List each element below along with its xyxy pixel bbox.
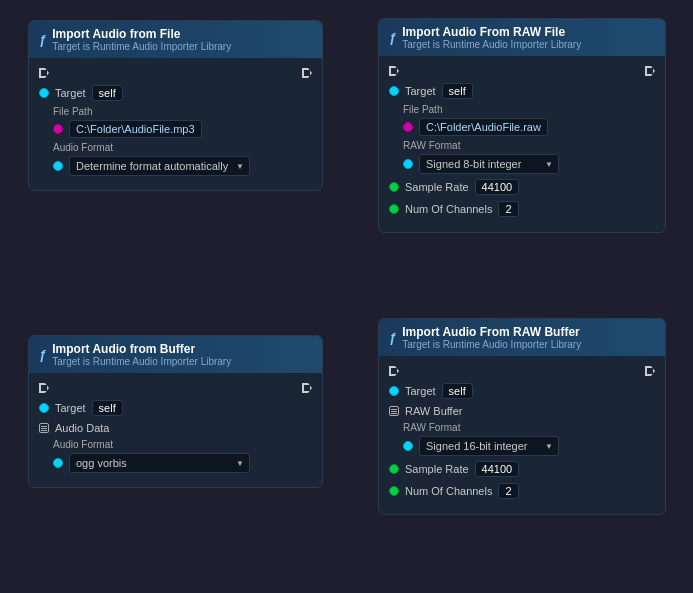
header-text: Import Audio From RAW Buffer Target is R… bbox=[402, 325, 581, 350]
audiodata-pin-row: Audio Data bbox=[29, 419, 322, 437]
node-import-audio-from-file: ƒ Import Audio from File Target is Runti… bbox=[28, 20, 323, 191]
target-pin-row: Target self bbox=[379, 80, 665, 102]
filepath-section: File Path C:\Folder\AudioFile.mp3 bbox=[29, 104, 322, 140]
samplerate-label: Sample Rate bbox=[405, 463, 469, 475]
rawformat-pin-dot bbox=[403, 159, 413, 169]
exec-pin-in bbox=[39, 383, 49, 393]
node-body: Target self Audio Data Audio Format ogg … bbox=[29, 373, 322, 487]
node-import-audio-from-raw-file: ƒ Import Audio From RAW File Target is R… bbox=[378, 18, 666, 233]
audioformat-select[interactable]: ogg vorbis MP3 WAV FLAC AAC Determine fo… bbox=[69, 453, 250, 473]
filepath-row: C:\Folder\AudioFile.mp3 bbox=[53, 120, 312, 138]
filepath-value: C:\Folder\AudioFile.mp3 bbox=[69, 120, 202, 138]
node-body: Target self File Path C:\Folder\AudioFil… bbox=[379, 56, 665, 232]
target-pin-dot bbox=[389, 86, 399, 96]
rawformat-dropdown-wrapper[interactable]: Signed 8-bit integer Signed 16-bit integ… bbox=[419, 436, 559, 456]
rawbuffer-pin-row: RAW Buffer bbox=[379, 402, 665, 420]
rawformat-section: RAW Format Signed 8-bit integer Signed 1… bbox=[379, 420, 665, 458]
node-header-import-raw-buffer: ƒ Import Audio From RAW Buffer Target is… bbox=[379, 319, 665, 356]
target-value: self bbox=[442, 83, 473, 99]
numchannels-pin-row: Num Of Channels 2 bbox=[379, 480, 665, 502]
exec-pin-in bbox=[39, 68, 49, 78]
exec-pin-in bbox=[389, 66, 399, 76]
target-value: self bbox=[92, 400, 123, 416]
exec-pin-in bbox=[389, 366, 399, 376]
exec-pin-out bbox=[302, 383, 312, 393]
audioformat-section: Audio Format Determine format automatica… bbox=[29, 140, 322, 178]
target-value: self bbox=[442, 383, 473, 399]
exec-row bbox=[379, 62, 665, 80]
target-pin-dot bbox=[389, 386, 399, 396]
exec-pin-out bbox=[645, 366, 655, 376]
function-icon: ƒ bbox=[389, 30, 396, 45]
rawformat-row: Signed 8-bit integer Signed 16-bit integ… bbox=[403, 436, 655, 456]
function-icon: ƒ bbox=[39, 347, 46, 362]
rawbuffer-label: RAW Buffer bbox=[405, 405, 462, 417]
filepath-value: C:\Folder\AudioFile.raw bbox=[419, 118, 548, 136]
numchannels-label: Num Of Channels bbox=[405, 203, 492, 215]
header-text: Import Audio from Buffer Target is Runti… bbox=[52, 342, 231, 367]
audioformat-row: Determine format automatically MP3 WAV F… bbox=[53, 156, 312, 176]
filepath-row: C:\Folder\AudioFile.raw bbox=[403, 118, 655, 136]
audioformat-row: ogg vorbis MP3 WAV FLAC AAC Determine fo… bbox=[53, 453, 312, 473]
numchannels-value: 2 bbox=[498, 483, 518, 499]
rawbuffer-pin-dot bbox=[389, 406, 399, 416]
samplerate-value: 44100 bbox=[475, 179, 520, 195]
samplerate-pin-dot bbox=[389, 464, 399, 474]
node-subtitle: Target is Runtime Audio Importer Library bbox=[402, 39, 581, 50]
audioformat-select[interactable]: Determine format automatically MP3 WAV F… bbox=[69, 156, 250, 176]
filepath-label: File Path bbox=[403, 104, 655, 115]
numchannels-pin-dot bbox=[389, 486, 399, 496]
header-text: Import Audio from File Target is Runtime… bbox=[52, 27, 231, 52]
filepath-pin-dot bbox=[53, 124, 63, 134]
target-label: Target bbox=[405, 85, 436, 97]
rawformat-pin-dot bbox=[403, 441, 413, 451]
audioformat-section: Audio Format ogg vorbis MP3 WAV FLAC AAC… bbox=[29, 437, 322, 475]
node-subtitle: Target is Runtime Audio Importer Library bbox=[52, 41, 231, 52]
target-label: Target bbox=[55, 87, 86, 99]
node-header-import-file: ƒ Import Audio from File Target is Runti… bbox=[29, 21, 322, 58]
rawformat-section: RAW Format Signed 8-bit integer Signed 1… bbox=[379, 138, 665, 176]
filepath-pin-dot bbox=[403, 122, 413, 132]
function-icon: ƒ bbox=[39, 32, 46, 47]
samplerate-value: 44100 bbox=[475, 461, 520, 477]
node-header-import-raw-file: ƒ Import Audio From RAW File Target is R… bbox=[379, 19, 665, 56]
node-subtitle: Target is Runtime Audio Importer Library bbox=[52, 356, 231, 367]
filepath-section: File Path C:\Folder\AudioFile.raw bbox=[379, 102, 665, 138]
node-title: Import Audio From RAW File bbox=[402, 25, 581, 39]
rawformat-label: RAW Format bbox=[403, 140, 655, 151]
target-pin-row: Target self bbox=[379, 380, 665, 402]
numchannels-label: Num Of Channels bbox=[405, 485, 492, 497]
audiodata-pin-dot bbox=[39, 423, 49, 433]
samplerate-pin-row: Sample Rate 44100 bbox=[379, 458, 665, 480]
node-body: Target self File Path C:\Folder\AudioFil… bbox=[29, 58, 322, 190]
function-icon: ƒ bbox=[389, 330, 396, 345]
node-body: Target self RAW Buffer RAW Format Signed… bbox=[379, 356, 665, 514]
exec-row bbox=[29, 64, 322, 82]
numchannels-pin-dot bbox=[389, 204, 399, 214]
audioformat-dropdown-wrapper[interactable]: ogg vorbis MP3 WAV FLAC AAC Determine fo… bbox=[69, 453, 250, 473]
target-value: self bbox=[92, 85, 123, 101]
exec-pin-out bbox=[645, 66, 655, 76]
rawformat-dropdown-wrapper[interactable]: Signed 8-bit integer Signed 16-bit integ… bbox=[419, 154, 559, 174]
samplerate-label: Sample Rate bbox=[405, 181, 469, 193]
audioformat-label: Audio Format bbox=[53, 142, 312, 153]
audioformat-pin-dot bbox=[53, 458, 63, 468]
target-label: Target bbox=[405, 385, 436, 397]
exec-pin-out bbox=[302, 68, 312, 78]
target-label: Target bbox=[55, 402, 86, 414]
target-pin-row: Target self bbox=[29, 82, 322, 104]
samplerate-pin-dot bbox=[389, 182, 399, 192]
rawformat-select[interactable]: Signed 8-bit integer Signed 16-bit integ… bbox=[419, 436, 559, 456]
node-title: Import Audio from File bbox=[52, 27, 231, 41]
node-header-import-buffer: ƒ Import Audio from Buffer Target is Run… bbox=[29, 336, 322, 373]
audioformat-label: Audio Format bbox=[53, 439, 312, 450]
node-title: Import Audio from Buffer bbox=[52, 342, 231, 356]
rawformat-select[interactable]: Signed 8-bit integer Signed 16-bit integ… bbox=[419, 154, 559, 174]
exec-row bbox=[379, 362, 665, 380]
target-pin-row: Target self bbox=[29, 397, 322, 419]
target-pin-dot bbox=[39, 88, 49, 98]
header-text: Import Audio From RAW File Target is Run… bbox=[402, 25, 581, 50]
node-title: Import Audio From RAW Buffer bbox=[402, 325, 581, 339]
audioformat-dropdown-wrapper[interactable]: Determine format automatically MP3 WAV F… bbox=[69, 156, 250, 176]
rawformat-label: RAW Format bbox=[403, 422, 655, 433]
